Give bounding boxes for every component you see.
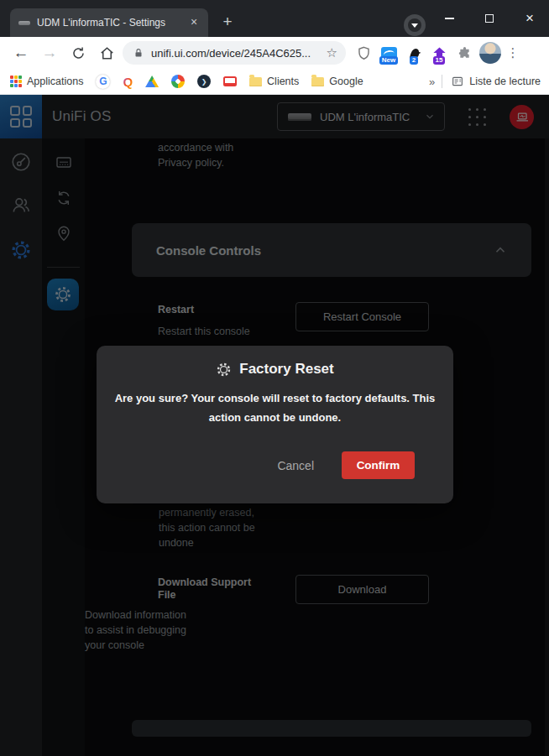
apps-grid-icon	[10, 76, 22, 87]
bookmark-folder-google[interactable]: Google	[311, 76, 363, 87]
bookmark-applications[interactable]: Applications	[10, 76, 83, 87]
bookmarks-overflow-button[interactable]: »	[429, 76, 435, 88]
bookmark-star-icon[interactable]: ☆	[327, 45, 337, 60]
cancel-button[interactable]: Cancel	[277, 459, 314, 472]
home-button[interactable]	[92, 40, 121, 65]
bookmarks-bar: Applications G Q ❯ Clients Google »	[0, 69, 549, 95]
reading-list-button[interactable]: Liste de lecture	[451, 75, 541, 88]
tracker-extension-button[interactable]: 2	[401, 40, 426, 65]
bookmark-terminal[interactable]: ❯	[197, 75, 211, 88]
bookmark-remote[interactable]	[223, 76, 237, 86]
address-bar[interactable]: unifi.ui.com/device/245A4C625... ☆	[123, 41, 346, 65]
folder-icon	[249, 77, 262, 86]
minimize-button[interactable]	[430, 0, 468, 37]
bookmark-google-search[interactable]: G	[96, 75, 110, 89]
reading-list-icon	[451, 75, 464, 88]
titlebar: UDM L'informaTIC - Settings × + ×	[0, 0, 549, 37]
tab-title: UDM L'informaTIC - Settings	[37, 17, 186, 29]
dialog-message: Are you sure? Your console will reset to…	[115, 388, 436, 427]
browser-window: UDM L'informaTIC - Settings × + × ← →	[0, 0, 549, 756]
bookmarks-divider	[442, 75, 442, 88]
reading-list-label: Liste de lecture	[469, 76, 541, 87]
browser-toolbar: ← → unifi.ui.com/device/245A4C625... ☆	[0, 37, 549, 69]
dialog-header: Factory Reset	[97, 346, 453, 378]
bookmark-label: Google	[329, 76, 363, 87]
media-controls-button[interactable]	[404, 14, 426, 36]
udm-favicon-icon	[18, 21, 30, 25]
tab-close-icon[interactable]: ×	[186, 15, 201, 30]
google-g-icon: G	[96, 75, 110, 89]
extensions-menu-button[interactable]	[452, 40, 477, 65]
red-laptop-icon	[223, 76, 237, 86]
pdf-extension-button[interactable]: New	[376, 40, 401, 65]
shield-extension-button[interactable]	[351, 40, 376, 65]
url-text[interactable]: unifi.ui.com/device/245A4C625...	[151, 47, 327, 60]
new-tab-button[interactable]: +	[217, 11, 238, 33]
factory-reset-dialog: Factory Reset Are you sure? Your console…	[97, 346, 453, 503]
q-icon: Q	[123, 75, 133, 89]
tracker-badge: 2	[410, 56, 418, 65]
blocker-extension-button[interactable]: 15	[426, 40, 452, 65]
shield-icon	[356, 45, 372, 61]
gear-icon	[216, 362, 232, 378]
bookmark-qwant[interactable]: Q	[123, 75, 133, 89]
bookmark-photos[interactable]	[171, 75, 185, 88]
puzzle-icon	[457, 45, 473, 61]
bookmark-label: Clients	[267, 76, 299, 87]
confirm-button[interactable]: Confirm	[342, 451, 415, 479]
reload-button[interactable]	[64, 40, 92, 65]
forward-button[interactable]: →	[35, 40, 64, 65]
bookmark-folder-clients[interactable]: Clients	[249, 76, 299, 87]
maximize-button[interactable]	[470, 0, 509, 37]
browser-menu-button[interactable]: ⋮	[504, 40, 522, 65]
photos-icon	[171, 75, 185, 88]
home-icon	[99, 45, 115, 61]
reload-icon	[71, 45, 86, 61]
folder-icon	[311, 77, 324, 86]
bookmark-drive[interactable]	[145, 76, 159, 87]
media-controls-icon	[408, 18, 421, 32]
back-button[interactable]: ←	[7, 40, 35, 65]
lock-icon	[133, 47, 144, 59]
drive-icon	[145, 76, 159, 87]
new-badge: New	[379, 56, 398, 65]
dialog-title: Factory Reset	[239, 361, 333, 378]
blocker-badge: 15	[433, 56, 446, 65]
close-window-button[interactable]: ×	[510, 0, 549, 37]
dark-circle-icon: ❯	[197, 75, 211, 88]
browser-tab[interactable]: UDM L'informaTIC - Settings ×	[10, 8, 208, 37]
dialog-actions: Cancel Confirm	[277, 451, 415, 479]
profile-avatar[interactable]	[479, 42, 501, 64]
page-viewport: UniFi OS UDM L'informaTIC	[0, 95, 549, 756]
bookmark-label: Applications	[27, 76, 83, 87]
